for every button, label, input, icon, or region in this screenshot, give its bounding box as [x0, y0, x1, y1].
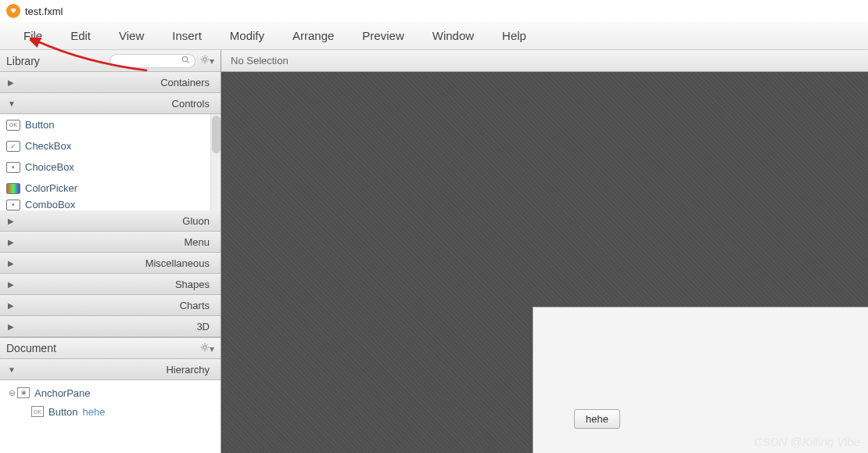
menu-preview[interactable]: Preview — [348, 24, 418, 47]
caret-right-icon: ▶ — [8, 78, 19, 87]
design-anchorpane[interactable]: hehe — [533, 307, 868, 453]
menu-file[interactable]: File — [9, 24, 56, 47]
section-menu[interactable]: ▶ Menu — [0, 232, 221, 253]
section-controls[interactable]: ▼ Controls — [0, 93, 221, 114]
anchorpane-icon: ▣ — [17, 387, 30, 398]
control-combobox[interactable]: ▾ ComboBox — [0, 199, 210, 210]
svg-point-1 — [182, 56, 187, 61]
button-icon: OK — [31, 406, 44, 417]
design-button-hehe[interactable]: hehe — [574, 409, 620, 429]
svg-point-3 — [203, 58, 207, 62]
section-shapes[interactable]: ▶ Shapes — [0, 274, 221, 295]
inspector-header: No Selection — [221, 50, 868, 72]
left-panel: Library ▾ ▶ Containers ▼ Controls — [0, 50, 221, 453]
canvas-area[interactable]: hehe — [221, 72, 868, 453]
menu-window[interactable]: Window — [418, 24, 488, 47]
caret-down-icon: ▼ — [8, 99, 19, 108]
caret-right-icon: ▶ — [8, 217, 19, 225]
title-bar: test.fxml — [0, 0, 868, 22]
caret-down-icon: ▼ — [8, 365, 19, 374]
combobox-icon: ▾ — [6, 200, 20, 210]
caret-right-icon: ▶ — [8, 259, 19, 268]
library-gear-icon[interactable]: ▾ — [200, 55, 214, 67]
collapse-icon[interactable]: ⊖ — [6, 388, 17, 398]
right-panel: No Selection hehe — [221, 50, 868, 453]
control-checkbox[interactable]: CheckBox — [0, 135, 210, 156]
section-miscellaneous[interactable]: ▶ Miscellaneous — [0, 253, 221, 274]
control-colorpicker[interactable]: ColorPicker — [0, 178, 210, 199]
svg-line-2 — [187, 61, 189, 63]
caret-right-icon: ▶ — [8, 301, 19, 310]
section-charts[interactable]: ▶ Charts — [0, 295, 221, 316]
tree-root[interactable]: ⊖ ▣ AnchorPane — [0, 383, 221, 402]
section-hierarchy[interactable]: ▼ Hierarchy — [0, 359, 221, 380]
choicebox-icon: ▾ — [6, 162, 20, 173]
menu-arrange[interactable]: Arrange — [278, 24, 348, 47]
caret-right-icon: ▶ — [8, 280, 19, 289]
svg-point-4 — [203, 345, 207, 349]
inspector-status: No Selection — [231, 55, 289, 67]
control-button[interactable]: OK Button — [0, 114, 210, 135]
scrollbar-thumb[interactable] — [212, 116, 221, 153]
controls-list: OK Button CheckBox ▾ ChoiceBox ColorPick… — [0, 114, 221, 210]
app-icon — [6, 4, 20, 18]
menu-view[interactable]: View — [105, 24, 158, 47]
tree-child[interactable]: OK Button hehe — [0, 402, 221, 421]
checkbox-icon — [6, 141, 20, 152]
button-icon: OK — [6, 120, 20, 131]
controls-scrollbar[interactable] — [210, 114, 221, 210]
menu-insert[interactable]: Insert — [158, 24, 216, 47]
library-header: Library ▾ — [0, 50, 221, 72]
section-containers[interactable]: ▶ Containers — [0, 72, 221, 93]
section-gluon[interactable]: ▶ Gluon — [0, 210, 221, 232]
hierarchy-tree: ⊖ ▣ AnchorPane OK Button hehe — [0, 380, 221, 453]
control-choicebox[interactable]: ▾ ChoiceBox — [0, 156, 210, 178]
document-header: Document ▾ — [0, 337, 221, 359]
document-title: Document — [6, 342, 56, 354]
caret-right-icon: ▶ — [8, 238, 19, 246]
colorpicker-icon — [6, 183, 20, 194]
menu-edit[interactable]: Edit — [56, 24, 105, 47]
document-gear-icon[interactable]: ▾ — [200, 343, 214, 354]
menu-bar: File Edit View Insert Modify Arrange Pre… — [0, 22, 868, 50]
search-icon — [181, 56, 190, 66]
menu-modify[interactable]: Modify — [216, 24, 278, 47]
section-3d[interactable]: ▶ 3D — [0, 316, 221, 337]
library-search[interactable] — [109, 54, 195, 68]
window-title: test.fxml — [25, 5, 63, 17]
library-title: Library — [6, 55, 40, 67]
caret-right-icon: ▶ — [8, 322, 19, 331]
menu-help[interactable]: Help — [488, 24, 540, 47]
